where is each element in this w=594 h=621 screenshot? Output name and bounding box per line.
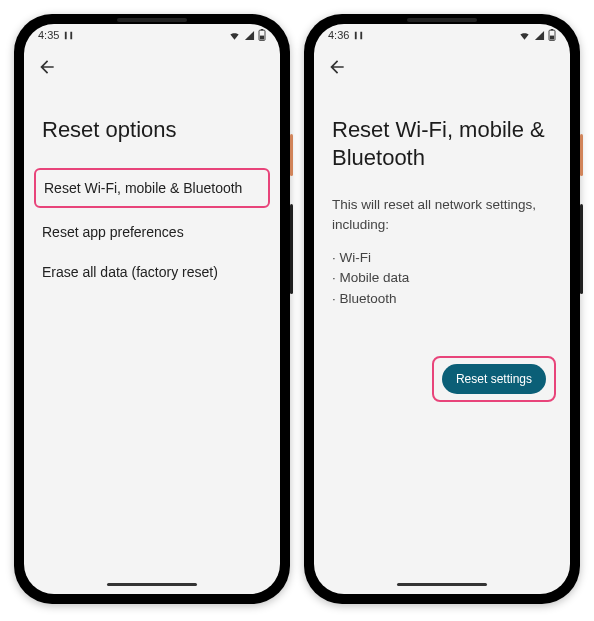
battery-icon [548, 29, 556, 41]
volume-button [580, 204, 583, 294]
back-button[interactable] [36, 56, 58, 78]
phone-frame-right: 4:36 Reset Wi- [304, 14, 580, 604]
back-button[interactable] [326, 56, 348, 78]
signal-icon [534, 30, 545, 41]
screen-right: 4:36 Reset Wi- [314, 24, 570, 594]
description-text: This will reset all network settings, in… [332, 195, 552, 234]
option-erase-all-data[interactable]: Erase all data (factory reset) [42, 252, 262, 292]
page-title: Reset Wi-Fi, mobile & Bluetooth [332, 116, 552, 171]
nfc-icon [353, 30, 364, 41]
arrow-back-icon [37, 57, 57, 77]
highlight-box: Reset settings [432, 356, 556, 402]
nfc-icon [63, 30, 74, 41]
svg-rect-1 [261, 29, 263, 30]
app-bar [314, 46, 570, 88]
option-label: Reset Wi-Fi, mobile & Bluetooth [44, 180, 242, 196]
svg-rect-4 [551, 29, 553, 30]
signal-icon [244, 30, 255, 41]
bullet-bluetooth: Bluetooth [332, 289, 552, 309]
arrow-back-icon [327, 57, 347, 77]
status-bar: 4:36 [314, 24, 570, 46]
battery-icon [258, 29, 266, 41]
bullet-list: Wi-Fi Mobile data Bluetooth [332, 248, 552, 309]
status-time: 4:35 [38, 29, 59, 41]
svg-rect-5 [550, 36, 554, 40]
nav-handle[interactable] [397, 583, 487, 586]
status-time: 4:36 [328, 29, 349, 41]
wifi-icon [518, 30, 531, 41]
status-bar: 4:35 [24, 24, 280, 46]
wifi-icon [228, 30, 241, 41]
power-button [580, 134, 583, 176]
nav-handle[interactable] [107, 583, 197, 586]
reset-settings-button[interactable]: Reset settings [442, 364, 546, 394]
page-title: Reset options [42, 116, 262, 144]
option-label: Erase all data (factory reset) [42, 264, 218, 280]
screen-left: 4:35 Reset opt [24, 24, 280, 594]
bullet-wifi: Wi-Fi [332, 248, 552, 268]
volume-button [290, 204, 293, 294]
svg-rect-2 [260, 36, 264, 40]
content-area: Reset options Reset Wi-Fi, mobile & Blue… [24, 88, 280, 594]
bullet-mobile-data: Mobile data [332, 268, 552, 288]
option-reset-app-prefs[interactable]: Reset app preferences [42, 212, 262, 252]
power-button [290, 134, 293, 176]
app-bar [24, 46, 280, 88]
content-area: Reset Wi-Fi, mobile & Bluetooth This wil… [314, 88, 570, 594]
phone-frame-left: 4:35 Reset opt [14, 14, 290, 604]
option-label: Reset app preferences [42, 224, 184, 240]
option-reset-network[interactable]: Reset Wi-Fi, mobile & Bluetooth [34, 168, 270, 208]
